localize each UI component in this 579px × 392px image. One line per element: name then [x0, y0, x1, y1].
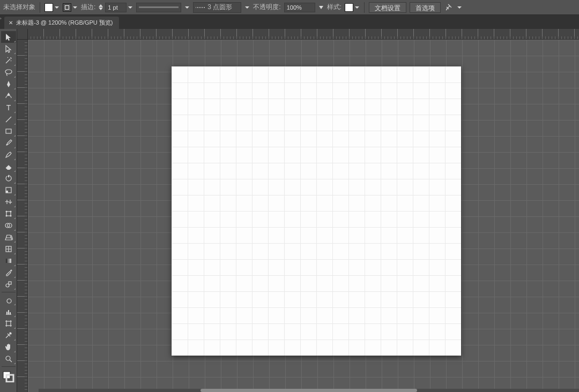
fill-dropdown-icon[interactable]: [54, 3, 60, 12]
style-dropdown-icon[interactable]: [354, 3, 360, 12]
curvature-tool[interactable]: [1, 90, 16, 102]
fill-swatch[interactable]: [44, 3, 53, 12]
stroke-profile-dropdown-icon[interactable]: [184, 3, 190, 12]
flyout-indicator-icon: [14, 194, 16, 195]
svg-rect-18: [8, 310, 9, 314]
blend-tool[interactable]: [1, 278, 16, 290]
flyout-indicator-icon: [14, 76, 16, 78]
style-swatch[interactable]: [345, 3, 353, 12]
shape-builder-tool[interactable]: [1, 220, 16, 231]
flyout-indicator-icon: [14, 276, 16, 278]
hand-tool[interactable]: [1, 341, 16, 353]
stroke-weight-spinner[interactable]: [99, 3, 104, 12]
free-transform-tool[interactable]: [1, 208, 16, 220]
direct-select-tool[interactable]: [1, 43, 16, 55]
expand-handle-icon[interactable]: ›: [0, 16, 4, 21]
flyout-indicator-icon: [14, 351, 16, 352]
mesh-tool[interactable]: [1, 243, 16, 255]
brush-preset-label: 3 点圆形: [207, 3, 232, 12]
artboard-tool[interactable]: [1, 318, 16, 329]
magic-wand-tool[interactable]: [1, 55, 16, 66]
selection-tool[interactable]: [1, 31, 16, 43]
ruler-vertical[interactable]: [17, 40, 28, 392]
document-tab-title: 未标题-3 @ 1200% (RGB/GPU 预览): [16, 19, 113, 27]
horizontal-scrollbar[interactable]: [39, 389, 579, 392]
brush-preview-icon: [196, 6, 205, 9]
zoom-tool[interactable]: [1, 353, 16, 365]
svg-point-7: [10, 211, 11, 213]
svg-rect-2: [6, 129, 11, 133]
shaper-tool[interactable]: [1, 149, 16, 161]
paintbrush-tool[interactable]: [1, 137, 16, 149]
pen-tool[interactable]: [1, 78, 16, 90]
flyout-indicator-icon: [14, 182, 16, 184]
symbol-sprayer-tool[interactable]: [1, 294, 16, 306]
stroke-weight-input[interactable]: [105, 3, 127, 12]
stroke-width-profile[interactable]: [136, 3, 181, 12]
opacity-popup-icon[interactable]: [318, 3, 324, 12]
rotate-tool[interactable]: [1, 172, 16, 184]
stroke-profile-sample: [139, 6, 179, 8]
flyout-indicator-icon: [14, 159, 16, 160]
stroke-label: 描边:: [81, 3, 95, 12]
document-setup-button[interactable]: 文档设置: [369, 2, 406, 13]
ruler-origin[interactable]: [17, 29, 28, 40]
fill-stroke-indicator[interactable]: [2, 371, 15, 382]
lasso-tool[interactable]: [1, 66, 16, 78]
stroke-weight-field[interactable]: [99, 3, 133, 12]
canvas-pasteboard[interactable]: [28, 40, 579, 392]
tool-separator: [2, 366, 16, 367]
svg-rect-4: [6, 191, 8, 193]
flyout-indicator-icon: [14, 288, 16, 290]
brush-preset-dropdown-icon[interactable]: [244, 3, 250, 12]
preferences-button[interactable]: 首选项: [410, 2, 441, 13]
pin-icon[interactable]: [444, 3, 454, 12]
flyout-indicator-icon: [14, 41, 16, 42]
flyout-indicator-icon: [14, 52, 16, 54]
width-tool[interactable]: [1, 196, 16, 208]
scrollbar-thumb[interactable]: [201, 389, 417, 392]
flyout-indicator-icon: [14, 123, 16, 125]
graph-tool[interactable]: [1, 306, 16, 318]
line-tool[interactable]: [1, 114, 16, 125]
slice-tool[interactable]: [1, 329, 16, 341]
document-tab[interactable]: ✕ 未标题-3 @ 1200% (RGB/GPU 预览): [4, 17, 119, 29]
flyout-indicator-icon: [14, 265, 16, 266]
svg-point-16: [7, 299, 11, 303]
opacity-label: 不透明度:: [253, 3, 280, 12]
eyedropper-tool[interactable]: [1, 267, 16, 278]
artboard[interactable]: [172, 66, 461, 356]
stroke-weight-dropdown-icon[interactable]: [128, 3, 133, 12]
eraser-tool[interactable]: [1, 161, 16, 172]
brush-preset[interactable]: 3 点圆形: [193, 2, 241, 13]
flyout-indicator-icon: [14, 170, 16, 172]
opacity-input[interactable]: [284, 3, 315, 12]
flyout-indicator-icon: [14, 135, 16, 137]
flyout-indicator-icon: [14, 229, 16, 231]
stroke-swatch-group[interactable]: [63, 3, 78, 12]
divider: [40, 2, 40, 13]
flyout-indicator-icon: [14, 147, 16, 148]
scale-tool[interactable]: [1, 184, 16, 196]
style-label: 样式:: [327, 3, 342, 12]
type-tool[interactable]: T: [1, 102, 16, 114]
svg-rect-17: [6, 312, 8, 314]
close-icon[interactable]: ✕: [9, 20, 13, 26]
stroke-swatch[interactable]: [63, 3, 71, 12]
perspective-tool[interactable]: [1, 231, 16, 243]
svg-point-9: [10, 215, 11, 217]
style-swatch-group[interactable]: [345, 3, 360, 12]
fill-swatch-group[interactable]: [44, 3, 60, 12]
flyout-indicator-icon: [14, 327, 16, 329]
svg-rect-13: [6, 259, 11, 263]
flyout-indicator-icon: [14, 253, 16, 254]
ruler-horizontal[interactable]: [28, 29, 579, 40]
svg-point-6: [5, 211, 7, 213]
more-options-icon[interactable]: [457, 3, 462, 12]
flyout-indicator-icon: [14, 217, 16, 219]
gradient-tool[interactable]: [1, 255, 16, 267]
rectangle-tool[interactable]: [1, 125, 16, 137]
stroke-dropdown-icon[interactable]: [72, 3, 78, 12]
flyout-indicator-icon: [14, 315, 16, 317]
flyout-indicator-icon: [14, 88, 16, 89]
